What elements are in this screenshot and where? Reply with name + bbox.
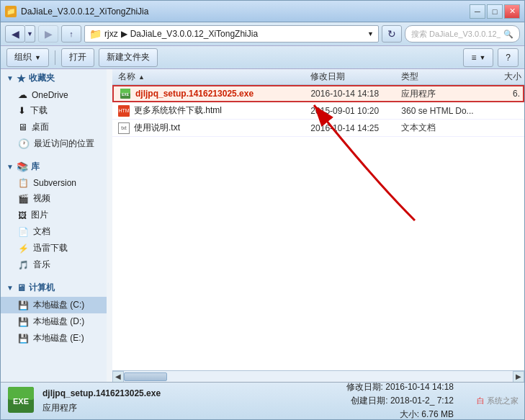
- column-size-label: 大小: [504, 71, 521, 81]
- column-sort-icon: ▲: [138, 73, 145, 81]
- status-size-value: 6.76 MB: [421, 409, 454, 419]
- subversion-label: Subversion: [33, 178, 76, 188]
- scroll-thumb[interactable]: [124, 372, 167, 381]
- scroll-track[interactable]: [124, 371, 513, 382]
- svg-text:EXE: EXE: [122, 92, 130, 97]
- exe-icon: EXE: [120, 88, 131, 99]
- sidebar-item-subversion[interactable]: 📋 Subversion: [1, 176, 107, 190]
- status-size-prefix: 大小:: [400, 409, 422, 419]
- sidebar-item-disk-d[interactable]: 💾 本地磁盘 (D:): [1, 313, 107, 330]
- disk-d-label: 本地磁盘 (D:): [33, 316, 84, 328]
- video-icon: 🎬: [18, 194, 29, 204]
- horizontal-scrollbar[interactable]: ◀ ▶: [112, 370, 524, 382]
- status-modify-line: 修改日期: 2016-10-14 14:18: [346, 380, 454, 394]
- column-type[interactable]: 类型: [398, 71, 482, 83]
- column-type-label: 类型: [401, 71, 418, 81]
- file-date-exe: 2016-10-14 14:18: [308, 89, 398, 99]
- file-type-txt: 文本文档: [398, 122, 482, 134]
- sidebar-item-image[interactable]: 🖼 图片: [1, 207, 107, 223]
- library-label: 库: [31, 161, 40, 173]
- disk-e-label: 本地磁盘 (E:): [33, 332, 84, 344]
- sidebar-item-thunder[interactable]: ⚡ 迅雷下载: [1, 240, 107, 256]
- onedrive-label: OneDrive: [32, 90, 68, 100]
- breadcrumb-part2: DaJiaLe_V3.0.0.12_XiTongZhiJia: [130, 29, 258, 39]
- column-date[interactable]: 修改日期: [308, 71, 398, 83]
- column-size[interactable]: 大小: [483, 71, 524, 83]
- favorites-label: 收藏夹: [29, 72, 55, 84]
- file-size-exe: 6.: [481, 89, 523, 99]
- sidebar-item-video[interactable]: 🎬 视频: [1, 190, 107, 207]
- sidebar-item-document[interactable]: 📄 文档: [1, 223, 107, 240]
- computer-arrow-icon: ▼: [6, 284, 14, 292]
- txt-icon: txt: [118, 122, 130, 134]
- download-label: 下载: [30, 104, 48, 117]
- desktop-icon: 🖥: [18, 122, 27, 133]
- title-bar: 📁 DaJiaLe_V3.0.0.12_XiTongZhiJia ─ □ ✕: [1, 1, 524, 22]
- file-cell-name-txt: txt 使用说明.txt: [112, 122, 308, 134]
- new-folder-label: 新建文件夹: [107, 51, 150, 63]
- status-text-area: djljpq_setup.1416213025.exe 应用程序: [42, 387, 339, 414]
- open-button[interactable]: 打开: [61, 48, 94, 67]
- sidebar-item-download[interactable]: ⬇ 下载: [1, 102, 107, 119]
- window-icon: 📁: [5, 6, 17, 17]
- new-folder-button[interactable]: 新建文件夹: [99, 48, 158, 67]
- sidebar-item-disk-e[interactable]: 💾 本地磁盘 (E:): [1, 330, 107, 347]
- status-create-prefix: 创建日期:: [351, 396, 390, 406]
- scroll-left-button[interactable]: ◀: [112, 371, 124, 383]
- title-bar-text: DaJiaLe_V3.0.0.12_XiTongZhiJia: [21, 6, 470, 17]
- organize-button[interactable]: 组织 ▼: [6, 48, 49, 67]
- status-filename: djljpq_setup.1416213025.exe: [42, 387, 339, 401]
- image-label: 图片: [31, 209, 48, 221]
- sidebar: ▼ ★ 收藏夹 ☁ OneDrive ⬇ 下载 🖥 桌面 🕐: [1, 69, 107, 382]
- search-placeholder: 搜索 DaJiaLe_V3.0.0.12_Xi...: [411, 29, 501, 40]
- search-icon: 🔍: [503, 30, 513, 39]
- column-name[interactable]: 名称 ▲: [112, 71, 308, 83]
- restore-button[interactable]: □: [487, 4, 503, 19]
- file-row-exe[interactable]: EXE djljpq_setup.1416213025.exe 2016-10-…: [112, 85, 524, 102]
- minimize-button[interactable]: ─: [470, 4, 485, 19]
- computer-label: 计算机: [29, 282, 55, 294]
- watermark-label: 系统之家: [487, 396, 519, 405]
- view-button[interactable]: ≡ ▼: [463, 48, 493, 67]
- column-name-label: 名称: [118, 71, 135, 83]
- title-bar-buttons: ─ □ ✕: [470, 4, 520, 19]
- back-button[interactable]: ◀: [5, 25, 25, 43]
- close-button[interactable]: ✕: [504, 4, 520, 19]
- breadcrumb-dropdown[interactable]: ▼: [367, 30, 374, 37]
- disk-d-icon: 💾: [18, 317, 29, 327]
- sidebar-section-favorites[interactable]: ▼ ★ 收藏夹: [1, 69, 107, 87]
- toolbar-separator-1: [55, 50, 55, 65]
- recent-icon: 🕐: [18, 138, 30, 149]
- sidebar-section-library[interactable]: ▼ 📚 库: [1, 158, 107, 176]
- file-name-txt: 使用说明.txt: [134, 122, 180, 134]
- forward-button[interactable]: ▶: [38, 25, 58, 43]
- status-modify-date: 2016-10-14 14:18: [385, 382, 454, 392]
- file-type-exe: 应用程序: [398, 88, 482, 100]
- sidebar-item-desktop[interactable]: 🖥 桌面: [1, 119, 107, 135]
- back-dropdown-button[interactable]: ▼: [25, 25, 35, 43]
- sidebar-item-disk-c[interactable]: 💾 本地磁盘 (C:): [1, 297, 107, 313]
- status-type-line: 应用程序: [42, 401, 339, 415]
- main-content: ▼ ★ 收藏夹 ☁ OneDrive ⬇ 下载 🖥 桌面 🕐: [1, 69, 524, 382]
- sidebar-item-recent[interactable]: 🕐 最近访问的位置: [1, 135, 107, 152]
- up-button[interactable]: ↑: [61, 25, 81, 43]
- scroll-right-button[interactable]: ▶: [513, 371, 524, 383]
- sidebar-wrapper: ▼ ★ 收藏夹 ☁ OneDrive ⬇ 下载 🖥 桌面 🕐: [1, 69, 112, 382]
- file-row-txt[interactable]: txt 使用说明.txt 2016-10-14 14:25 文本文档: [112, 120, 524, 137]
- sidebar-item-onedrive[interactable]: ☁ OneDrive: [1, 87, 107, 102]
- breadcrumb-sep: ▶: [121, 29, 127, 39]
- download-icon: ⬇: [18, 105, 26, 116]
- sidebar-item-music[interactable]: 🎵 音乐: [1, 256, 107, 273]
- status-create-date: 2018-01-2_ 7:12: [390, 396, 454, 406]
- help-button[interactable]: ?: [498, 48, 519, 67]
- file-row-html[interactable]: HTM 更多系统软件下载.html 2015-09-01 10:20 360 s…: [112, 102, 524, 120]
- disk-c-icon: 💾: [18, 300, 29, 310]
- breadcrumb-part1: rjxz: [104, 29, 118, 39]
- sidebar-section-computer[interactable]: ▼ 🖥 计算机: [1, 279, 107, 297]
- refresh-button[interactable]: ↻: [382, 25, 402, 43]
- sidebar-divider-1: [1, 152, 107, 158]
- html-icon: HTM: [118, 105, 130, 117]
- search-bar[interactable]: 搜索 DaJiaLe_V3.0.0.12_Xi... 🔍: [405, 25, 520, 43]
- status-right: 修改日期: 2016-10-14 14:18 创建日期: 2018-01-2_ …: [346, 380, 454, 420]
- breadcrumb[interactable]: 📁 rjxz ▶ DaJiaLe_V3.0.0.12_XiTongZhiJia …: [84, 25, 379, 43]
